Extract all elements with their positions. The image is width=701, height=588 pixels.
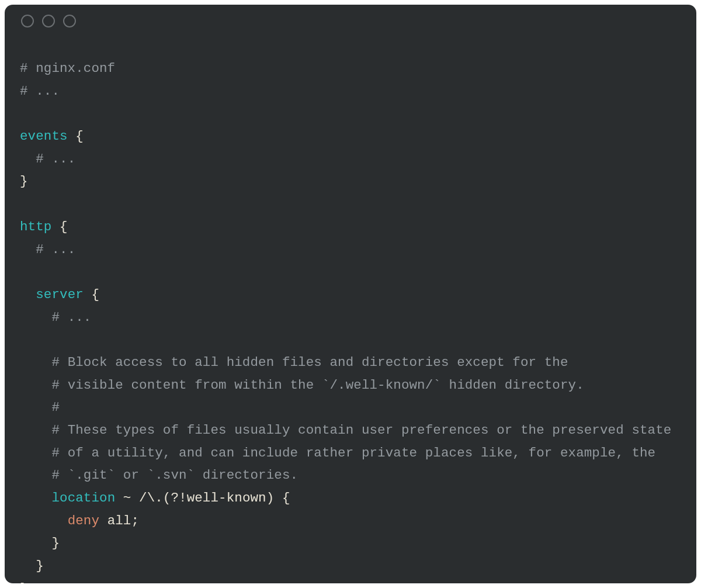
indent	[20, 310, 51, 325]
code-line	[20, 261, 681, 283]
code-token: }	[51, 535, 60, 551]
code-line: location ~ /\.(?!well-known) {	[20, 487, 681, 510]
code-line: }	[20, 577, 681, 583]
indent	[20, 151, 36, 167]
window-titlebar	[5, 5, 696, 37]
code-line: # ...	[20, 238, 681, 261]
code-token: {	[91, 287, 99, 302]
indent	[20, 513, 68, 528]
code-token: # Block access to all hidden files and d…	[51, 355, 568, 370]
indent	[20, 287, 36, 302]
code-line: #	[20, 396, 681, 419]
code-token: # These types of files usually contain u…	[51, 423, 671, 438]
blank-line	[20, 332, 28, 347]
code-line: # ...	[20, 148, 681, 171]
code-token: http	[20, 219, 60, 234]
code-line: # `.git` or `.svn` directories.	[20, 464, 681, 487]
window-zoom-light[interactable]	[63, 15, 76, 27]
code-token: # ...	[36, 242, 75, 257]
editor-window: # nginx.conf# ... events { # ...} http {…	[5, 5, 696, 583]
code-line: }	[20, 170, 681, 193]
code-line	[20, 193, 681, 216]
code-line: # ...	[20, 80, 681, 103]
window-minimize-light[interactable]	[42, 15, 55, 27]
blank-line	[20, 264, 28, 279]
code-token: ~ /\.(?!well-known)	[123, 490, 282, 506]
code-line: }	[20, 532, 681, 555]
code-line: # Block access to all hidden files and d…	[20, 351, 681, 374]
code-line: deny all;	[20, 510, 681, 532]
code-token: # ...	[51, 310, 91, 325]
indent	[20, 378, 51, 393]
blank-line	[20, 196, 28, 212]
code-token: #	[51, 400, 60, 415]
code-line: server {	[20, 283, 681, 306]
code-token: {	[75, 129, 84, 144]
code-line: http {	[20, 216, 681, 238]
code-token: # visible content from within the `/.wel…	[51, 378, 584, 393]
code-token: # nginx.conf	[20, 61, 115, 76]
code-token: }	[20, 581, 28, 583]
code-line: # These types of files usually contain u…	[20, 419, 681, 442]
window-close-light[interactable]	[21, 15, 34, 27]
code-token: }	[36, 558, 44, 573]
code-token: server	[36, 287, 91, 302]
indent	[20, 468, 51, 483]
code-line	[20, 102, 681, 125]
code-token: }	[20, 174, 28, 189]
indent	[20, 423, 51, 438]
code-token: {	[60, 219, 68, 234]
code-token: ;	[131, 513, 139, 528]
indent	[20, 242, 36, 257]
code-line	[20, 328, 681, 351]
code-token: # `.git` or `.svn` directories.	[51, 468, 298, 483]
code-line: }	[20, 555, 681, 577]
code-token: # of a utility, and can include rather p…	[51, 445, 655, 461]
code-token: events	[20, 129, 75, 144]
code-token: {	[282, 490, 290, 506]
code-token: deny	[68, 513, 107, 528]
indent	[20, 490, 51, 506]
code-token: # ...	[36, 151, 75, 167]
code-token: location	[51, 490, 123, 506]
code-line: # visible content from within the `/.wel…	[20, 374, 681, 397]
code-token: # ...	[20, 84, 60, 99]
indent	[20, 445, 51, 461]
blank-line	[20, 106, 28, 121]
code-block: # nginx.conf# ... events { # ...} http {…	[5, 37, 696, 583]
indent	[20, 535, 51, 551]
indent	[20, 558, 36, 573]
code-line: # of a utility, and can include rather p…	[20, 442, 681, 465]
code-line: events {	[20, 125, 681, 148]
indent	[20, 355, 51, 370]
indent	[20, 400, 51, 415]
code-token: all	[107, 513, 131, 528]
code-line: # nginx.conf	[20, 57, 681, 80]
code-line: # ...	[20, 306, 681, 329]
